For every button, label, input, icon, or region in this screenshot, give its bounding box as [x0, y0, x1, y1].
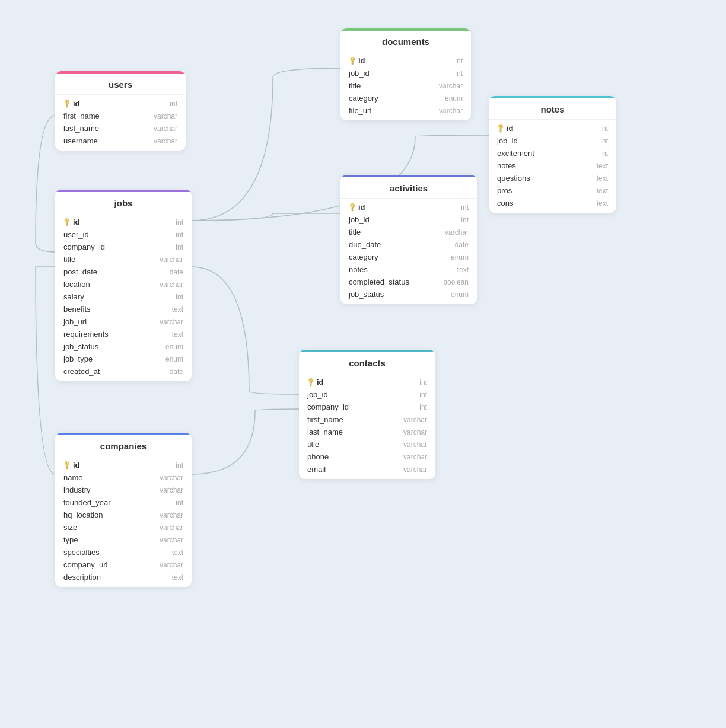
- col-type-id: int: [170, 100, 177, 108]
- table-companies: companies🔑idintnamevarcharindustryvarcha…: [55, 433, 192, 587]
- table-row: titlevarchar: [340, 79, 471, 92]
- table-row: namevarchar: [55, 471, 192, 484]
- col-name-first_name: first_name: [63, 111, 100, 120]
- col-type-requirements: text: [172, 330, 183, 339]
- col-type-salary: int: [176, 293, 183, 301]
- col-type-job_id: int: [419, 391, 427, 399]
- table-row: due_datedate: [340, 238, 477, 251]
- col-type-industry: varchar: [160, 486, 183, 494]
- col-type-id: int: [600, 124, 608, 133]
- col-name-type: type: [63, 535, 78, 544]
- table-row: last_namevarchar: [299, 426, 435, 438]
- table-row: file_urlvarchar: [340, 104, 471, 117]
- col-type-first_name: varchar: [403, 416, 427, 424]
- col-type-phone: varchar: [403, 453, 427, 461]
- table-row: typevarchar: [55, 534, 192, 546]
- col-name-title: title: [307, 440, 319, 449]
- table-row: benefitstext: [55, 303, 192, 315]
- table-row: last_namevarchar: [55, 122, 186, 135]
- col-name-name: name: [63, 473, 83, 482]
- table-row: phonevarchar: [299, 451, 435, 463]
- col-name-notes: notes: [349, 265, 368, 274]
- table-row: company_idint: [55, 241, 192, 253]
- col-type-title: varchar: [439, 82, 463, 90]
- col-type-name: varchar: [160, 474, 183, 482]
- col-name-title: title: [349, 81, 361, 90]
- table-header-documents: documents: [340, 28, 471, 52]
- col-name-company_url: company_url: [63, 560, 107, 569]
- table-documents: documents🔑idintjob_idinttitlevarcharcate…: [340, 28, 471, 120]
- col-name-title: title: [63, 255, 75, 264]
- col-name-email: email: [307, 465, 326, 474]
- col-type-job_id: int: [455, 69, 463, 78]
- table-rows-activities: 🔑idintjob_idinttitlevarchardue_datedatec…: [340, 199, 477, 304]
- table-row: job_idint: [340, 213, 477, 226]
- table-row: 🔑idint: [55, 459, 192, 471]
- col-type-id: int: [455, 57, 463, 65]
- col-name-job_status: job_status: [349, 290, 384, 299]
- col-name-job_id: job_id: [349, 215, 370, 224]
- col-name-completed_status: completed_status: [349, 277, 409, 286]
- table-row: job_statusenum: [55, 340, 192, 353]
- table-row: specialtiestext: [55, 546, 192, 558]
- col-name-created_at: created_at: [63, 367, 100, 376]
- col-type-notes: text: [457, 266, 469, 274]
- col-type-job_id: int: [600, 137, 608, 145]
- col-name-job_type: job_type: [63, 355, 93, 363]
- col-type-location: varchar: [160, 280, 183, 289]
- table-row: job_idint: [489, 135, 616, 147]
- col-name-id: 🔑id: [63, 461, 80, 470]
- table-header-users: users: [55, 71, 186, 95]
- col-name-industry: industry: [63, 486, 91, 494]
- col-type-size: varchar: [160, 523, 183, 532]
- table-row: user_idint: [55, 228, 192, 241]
- primary-key-icon: 🔑: [348, 56, 357, 65]
- col-type-title: varchar: [403, 440, 427, 449]
- col-type-created_at: date: [170, 368, 183, 376]
- col-name-questions: questions: [497, 174, 530, 183]
- col-type-job_status: enum: [165, 343, 183, 351]
- primary-key-icon: 🔑: [496, 123, 505, 133]
- col-type-title: varchar: [160, 256, 183, 264]
- table-rows-companies: 🔑idintnamevarcharindustryvarcharfounded_…: [55, 456, 192, 587]
- primary-key-icon: 🔑: [348, 202, 357, 212]
- table-row: requirementstext: [55, 328, 192, 340]
- col-name-notes: notes: [497, 161, 516, 170]
- col-name-job_id: job_id: [497, 136, 518, 145]
- col-name-file_url: file_url: [349, 106, 371, 115]
- col-type-notes: text: [597, 162, 608, 170]
- table-header-notes: notes: [489, 96, 616, 120]
- table-row: company_urlvarchar: [55, 558, 192, 571]
- table-header-contacts: contacts: [299, 350, 435, 373]
- col-type-description: text: [172, 573, 183, 582]
- table-row: prostext: [489, 184, 616, 197]
- table-notes: notes🔑idintjob_idintexcitementintnoteste…: [489, 96, 616, 213]
- table-row: locationvarchar: [55, 278, 192, 290]
- table-row: job_statusenum: [340, 288, 477, 301]
- table-row: industryvarchar: [55, 484, 192, 496]
- col-type-id: int: [419, 378, 427, 387]
- col-name-id: 🔑id: [349, 203, 365, 212]
- col-type-company_url: varchar: [160, 561, 183, 569]
- col-name-id: 🔑id: [63, 99, 80, 108]
- col-name-benefits: benefits: [63, 305, 91, 314]
- col-type-id: int: [461, 203, 469, 212]
- table-row: post_datedate: [55, 266, 192, 278]
- col-name-location: location: [63, 280, 90, 289]
- col-type-title: varchar: [445, 228, 469, 237]
- col-type-category: enum: [445, 94, 463, 103]
- col-type-first_name: varchar: [154, 112, 177, 120]
- col-type-username: varchar: [154, 137, 177, 145]
- col-name-cons: cons: [497, 199, 513, 207]
- col-name-job_id: job_id: [349, 69, 370, 78]
- col-name-hq_location: hq_location: [63, 510, 103, 519]
- col-name-id: 🔑id: [63, 218, 80, 226]
- col-type-hq_location: varchar: [160, 511, 183, 519]
- table-row: 🔑idint: [340, 201, 477, 213]
- table-rows-jobs: 🔑idintuser_idintcompany_idinttitlevarcha…: [55, 213, 192, 381]
- table-row: 🔑idint: [489, 122, 616, 135]
- table-row: notestext: [340, 263, 477, 276]
- primary-key-icon: 🔑: [62, 460, 72, 470]
- col-type-file_url: varchar: [439, 107, 463, 115]
- table-row: salaryint: [55, 290, 192, 303]
